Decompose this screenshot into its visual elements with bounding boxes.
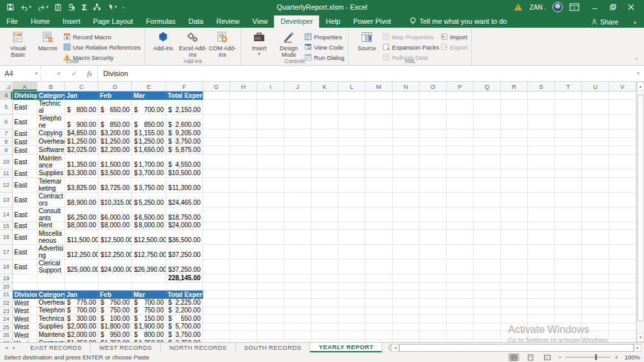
cell-O16[interactable] xyxy=(420,230,447,245)
ribbon-tab-page-layout[interactable]: Page Layout xyxy=(87,15,140,28)
cell-E4[interactable]: Mar xyxy=(132,91,166,100)
cell-B22[interactable]: Overhead xyxy=(37,299,65,307)
cell-E14[interactable]: $6,500.00 xyxy=(132,207,166,222)
cell-V13[interactable] xyxy=(609,193,636,207)
cell-J16[interactable] xyxy=(284,230,311,245)
cell-L6[interactable] xyxy=(338,115,366,129)
row-header-23[interactable]: 23 xyxy=(0,307,13,315)
ribbon-tab-file[interactable]: File xyxy=(0,15,24,28)
cell-O14[interactable] xyxy=(420,207,447,222)
cell-S20[interactable] xyxy=(528,283,555,291)
cell-L22[interactable] xyxy=(338,299,366,307)
cell-T21[interactable] xyxy=(555,291,582,299)
cell-D11[interactable]: $3,500.00 xyxy=(99,169,132,178)
row-header-19[interactable]: 19 xyxy=(0,274,13,283)
row-header-22[interactable]: 22 xyxy=(0,299,13,307)
cell-I12[interactable] xyxy=(257,178,284,193)
cell-C7[interactable]: $4,850.00 xyxy=(65,129,99,138)
row-header-6[interactable]: 6 xyxy=(0,115,13,129)
cell-A11[interactable]: East xyxy=(13,169,37,178)
cell-G7[interactable] xyxy=(203,129,230,138)
cell-E19[interactable] xyxy=(132,274,166,283)
cell-A26[interactable]: West xyxy=(13,331,37,339)
row-header-26[interactable]: 26 xyxy=(0,331,13,339)
cell-G25[interactable] xyxy=(203,323,230,331)
cell-L10[interactable] xyxy=(338,155,366,169)
cell-S16[interactable] xyxy=(528,230,555,245)
cell-D18[interactable]: $24,000.00 xyxy=(99,260,132,274)
cell-I23[interactable] xyxy=(257,307,284,315)
cell-Q20[interactable] xyxy=(474,283,501,291)
cell-F18[interactable]: $37,250.00 xyxy=(166,260,203,274)
cell-P24[interactable] xyxy=(447,315,474,323)
cell-E8[interactable]: $1,250.00 xyxy=(132,138,166,146)
cell-P13[interactable] xyxy=(447,193,474,207)
cell-H9[interactable] xyxy=(230,146,257,155)
cell-J11[interactable] xyxy=(284,169,311,178)
cell-V12[interactable] xyxy=(609,178,636,193)
cell-S12[interactable] xyxy=(528,178,555,193)
cell-V6[interactable] xyxy=(609,115,636,129)
cell-B23[interactable]: Telephone xyxy=(37,307,65,315)
cell-F13[interactable]: $24,465.00 xyxy=(166,193,203,207)
row-header-21[interactable]: 21 xyxy=(0,291,13,299)
cell-M12[interactable] xyxy=(366,178,393,193)
cell-M14[interactable] xyxy=(366,207,393,222)
cell-L15[interactable] xyxy=(338,222,366,230)
row-header-4[interactable]: 4 xyxy=(0,91,13,100)
cell-G13[interactable] xyxy=(203,193,230,207)
cell-J7[interactable] xyxy=(284,129,311,138)
cell-L21[interactable] xyxy=(338,291,366,299)
cell-C18[interactable]: $25,000.00 xyxy=(65,260,99,274)
cell-E22[interactable]: $700.00 xyxy=(132,299,166,307)
cell-U11[interactable] xyxy=(582,169,609,178)
cell-Q21[interactable] xyxy=(474,291,501,299)
cell-A23[interactable]: West xyxy=(13,307,37,315)
cell-T4[interactable] xyxy=(555,91,582,100)
cell-G18[interactable] xyxy=(203,260,230,274)
cell-I26[interactable] xyxy=(257,331,284,339)
cell-H5[interactable] xyxy=(230,100,257,115)
cell-K15[interactable] xyxy=(311,222,338,230)
cell-R13[interactable] xyxy=(501,193,528,207)
cell-L12[interactable] xyxy=(338,178,366,193)
cell-G26[interactable] xyxy=(203,331,230,339)
cell-N4[interactable] xyxy=(393,91,420,100)
cell-S6[interactable] xyxy=(528,115,555,129)
cell-B4[interactable]: Category xyxy=(37,91,65,100)
cell-I11[interactable] xyxy=(257,169,284,178)
sheet-tab-west-records[interactable]: WEST RECORDS xyxy=(91,343,161,352)
cell-O8[interactable] xyxy=(420,138,447,146)
row-header-20[interactable]: 20 xyxy=(0,283,13,291)
cell-M22[interactable] xyxy=(366,299,393,307)
cell-O7[interactable] xyxy=(420,129,447,138)
cell-O12[interactable] xyxy=(420,178,447,193)
undo-button[interactable]: ▾ xyxy=(20,4,32,11)
cell-S5[interactable] xyxy=(528,100,555,115)
cell-U13[interactable] xyxy=(582,193,609,207)
restore-button[interactable] xyxy=(604,0,622,14)
cell-P21[interactable] xyxy=(447,291,474,299)
cell-T19[interactable] xyxy=(555,274,582,283)
page-break-preview-button[interactable] xyxy=(542,353,553,361)
cell-I7[interactable] xyxy=(257,129,284,138)
cell-Q4[interactable] xyxy=(474,91,501,100)
view-code-button[interactable]: View Code xyxy=(304,43,344,52)
cell-D26[interactable]: $950.00 xyxy=(99,331,132,339)
cell-S13[interactable] xyxy=(528,193,555,207)
cell-G24[interactable] xyxy=(203,315,230,323)
cell-V9[interactable] xyxy=(609,146,636,155)
cell-G22[interactable] xyxy=(203,299,230,307)
cell-S7[interactable] xyxy=(528,129,555,138)
scroll-left-icon[interactable]: ◂ xyxy=(391,344,399,352)
cell-I22[interactable] xyxy=(257,299,284,307)
cell-O26[interactable] xyxy=(420,331,447,339)
cell-D16[interactable]: $12,500.00 xyxy=(99,230,132,245)
cell-V16[interactable] xyxy=(609,230,636,245)
cell-A15[interactable]: East xyxy=(13,222,37,230)
cell-T7[interactable] xyxy=(555,129,582,138)
cell-J18[interactable] xyxy=(284,260,311,274)
cell-R17[interactable] xyxy=(501,245,528,260)
cell-A5[interactable]: East xyxy=(13,100,37,115)
cell-R22[interactable] xyxy=(501,299,528,307)
